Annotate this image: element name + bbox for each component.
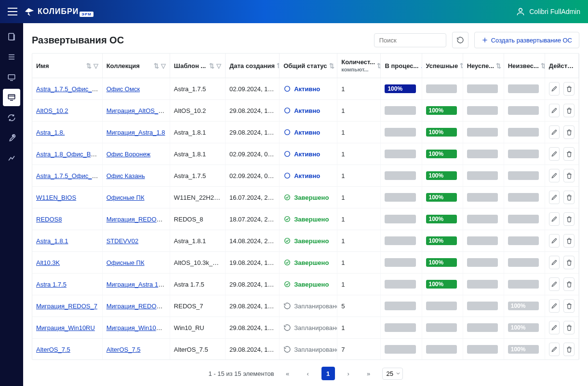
col-created[interactable]: Дата создания⇅ xyxy=(226,54,280,78)
delete-button[interactable] xyxy=(563,82,575,96)
sidebar-item-1[interactable] xyxy=(3,28,20,45)
col-collection[interactable]: Коллекция⇅ ▽ xyxy=(102,54,170,78)
pager-pagesize[interactable]: 25 xyxy=(382,368,403,380)
deployment-link[interactable]: Astra_1.8_Офис_Воронеж xyxy=(36,151,102,158)
col-unknown[interactable]: Неизвес...⇅ xyxy=(504,54,545,78)
deployment-link[interactable]: Astra_1.8. xyxy=(36,129,65,136)
collection-link[interactable]: Офисные ПК xyxy=(107,259,145,266)
refresh-button[interactable] xyxy=(452,32,468,48)
svg-point-17 xyxy=(285,173,290,179)
deployment-link[interactable]: Astra 1.7.5 xyxy=(36,281,67,288)
sidebar-item-6[interactable] xyxy=(3,129,20,147)
pager-next[interactable]: › xyxy=(342,367,355,380)
delete-button[interactable] xyxy=(563,212,575,226)
edit-button[interactable] xyxy=(549,191,560,204)
progress-bar: . xyxy=(385,215,416,223)
sidebar-item-2[interactable] xyxy=(3,48,20,66)
collection-link[interactable]: Офисные ПК xyxy=(107,194,145,201)
edit-button[interactable] xyxy=(549,343,560,356)
template-cell: AltOS_10.3k_BIOS xyxy=(170,252,225,274)
progress-bar: . xyxy=(508,171,539,180)
deployment-link[interactable]: Astra_1.7.5_Офис_Омск xyxy=(36,85,102,93)
col-name[interactable]: Имя⇅ ▽ xyxy=(32,54,102,78)
progress-bar: . xyxy=(467,345,498,354)
sidebar-item-3[interactable] xyxy=(3,69,20,86)
edit-button[interactable] xyxy=(549,212,560,226)
edit-button[interactable] xyxy=(549,277,560,291)
collection-link[interactable]: Миграция_Astra 1.7.5 xyxy=(107,281,169,288)
edit-button[interactable] xyxy=(549,169,560,182)
collection-link[interactable]: AlterOS_7.5 xyxy=(107,346,141,353)
collection-link[interactable]: Офис Воронеж xyxy=(107,151,151,158)
delete-button[interactable] xyxy=(563,277,575,291)
sidebar-item-deployments[interactable] xyxy=(3,89,20,106)
edit-button[interactable] xyxy=(549,147,560,161)
col-in-progress[interactable]: В процес...↓ xyxy=(381,54,422,78)
delete-button[interactable] xyxy=(563,125,575,139)
edit-button[interactable] xyxy=(549,82,560,96)
progress-bar: . xyxy=(385,128,416,137)
collection-link[interactable]: Миграция_REDOS_8 xyxy=(107,216,168,223)
status-cell: Запланировано xyxy=(283,345,333,353)
collection-link[interactable]: Миграция_AltOS_10.2 xyxy=(107,107,170,114)
sidebar-item-5[interactable] xyxy=(3,109,20,126)
deployment-link[interactable]: Astra_1.8.1 xyxy=(36,237,68,245)
deployment-link[interactable]: W11EN_BIOS xyxy=(36,194,76,201)
delete-button[interactable] xyxy=(563,343,575,356)
collection-link[interactable]: Миграция_REDOS_7 xyxy=(107,303,168,310)
progress-bar: 100% xyxy=(426,128,457,137)
deployment-link[interactable]: Alt10.3K xyxy=(36,259,60,266)
count-cell: 1 xyxy=(337,317,381,339)
col-status[interactable]: Общий статус⇅ xyxy=(280,54,337,78)
deployment-link[interactable]: Astra_1.7.5_Офис_Казань xyxy=(36,172,102,179)
deployment-link[interactable]: REDOS8 xyxy=(36,216,62,223)
count-cell: 1 xyxy=(337,230,381,252)
col-count[interactable]: Количест...компьют...⇅ xyxy=(337,54,381,78)
col-success[interactable]: Успешные⇅ xyxy=(422,54,463,78)
delete-button[interactable] xyxy=(563,104,575,117)
svg-point-14 xyxy=(285,108,290,113)
menu-toggle[interactable] xyxy=(8,8,17,15)
delete-button[interactable] xyxy=(563,169,575,182)
user-menu[interactable]: Colibri FullAdmin xyxy=(516,7,580,16)
progress-bar: 100% xyxy=(426,280,457,289)
create-deployment-button[interactable]: Создать развертывание ОС xyxy=(474,32,579,48)
edit-button[interactable] xyxy=(549,125,560,139)
progress-bar: . xyxy=(385,258,416,267)
svg-rect-1 xyxy=(9,33,14,40)
collection-link[interactable]: Миграция_Win10RU_... xyxy=(107,324,170,331)
delete-button[interactable] xyxy=(563,147,575,161)
delete-button[interactable] xyxy=(563,321,575,334)
collection-link[interactable]: Офис Омск xyxy=(107,85,140,93)
search-input[interactable] xyxy=(374,33,446,47)
collection-link[interactable]: STDEVV02 xyxy=(107,237,138,245)
user-name: Colibri FullAdmin xyxy=(529,8,580,15)
col-failure[interactable]: Неуспе...⇅ xyxy=(463,54,504,78)
delete-button[interactable] xyxy=(563,299,575,313)
deployment-link[interactable]: Миграция_Win10RU xyxy=(36,324,95,331)
edit-button[interactable] xyxy=(549,299,560,313)
edit-button[interactable] xyxy=(549,234,560,248)
delete-button[interactable] xyxy=(563,234,575,248)
edit-button[interactable] xyxy=(549,256,560,269)
pager-prev[interactable]: ‹ xyxy=(301,367,315,380)
deployment-link[interactable]: AlterOS_7.5 xyxy=(36,346,70,353)
sidebar-item-7[interactable] xyxy=(3,150,20,167)
progress-bar: . xyxy=(467,280,498,289)
delete-button[interactable] xyxy=(563,256,575,269)
table-row: Alt10.3K Офисные ПК AltOS_10.3k_BIOS 19.… xyxy=(32,252,579,274)
deployment-link[interactable]: AltOS_10.2 xyxy=(36,107,68,114)
edit-button[interactable] xyxy=(549,104,560,117)
logo-sub: ЭРМ xyxy=(80,12,94,17)
col-template[interactable]: Шаблон ...⇅ ▽ xyxy=(170,54,225,78)
pager-last[interactable]: » xyxy=(362,367,375,380)
template-cell: AltOS_10.2 xyxy=(170,100,225,122)
collection-link[interactable]: Офис Казань xyxy=(107,172,145,179)
deployment-link[interactable]: Миграция_REDOS_7 xyxy=(36,303,97,310)
collection-link[interactable]: Миграция_Astra_1.8 xyxy=(107,129,165,136)
progress-bar: . xyxy=(508,280,539,289)
pager-first[interactable]: « xyxy=(281,367,294,380)
delete-button[interactable] xyxy=(563,191,575,204)
pager-page-1[interactable]: 1 xyxy=(321,367,335,380)
edit-button[interactable] xyxy=(549,321,560,334)
